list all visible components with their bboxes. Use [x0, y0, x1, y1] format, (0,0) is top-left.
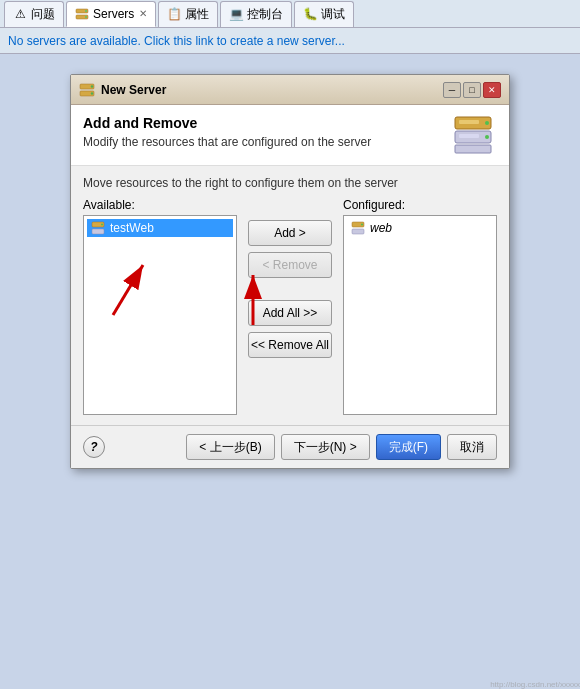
tab-problems-label: 问题 — [31, 6, 55, 23]
resources-area: Available: testWeb — [83, 198, 497, 415]
list-item[interactable]: web — [347, 219, 493, 237]
header-server-icon — [449, 115, 497, 155]
remove-all-button[interactable]: << Remove All — [248, 332, 332, 358]
add-button[interactable]: Add > — [248, 220, 332, 246]
properties-icon: 📋 — [167, 7, 181, 21]
console-icon: 💻 — [229, 7, 243, 21]
svg-point-3 — [85, 16, 87, 18]
svg-rect-13 — [459, 120, 479, 124]
svg-rect-16 — [92, 229, 104, 234]
maximize-button[interactable]: □ — [463, 82, 481, 98]
tab-servers[interactable]: Servers ✕ — [66, 1, 156, 27]
tab-servers-label: Servers — [93, 7, 134, 21]
dialog-title-text: New Server — [101, 83, 166, 97]
close-button[interactable]: ✕ — [483, 82, 501, 98]
debug-icon: 🐛 — [303, 7, 317, 21]
svg-point-17 — [101, 224, 103, 226]
available-section: Available: testWeb — [83, 198, 237, 415]
dialog-title-controls: ─ □ ✕ — [443, 82, 501, 98]
available-list[interactable]: testWeb — [83, 215, 237, 415]
dialog-header: Add and Remove Modify the resources that… — [71, 105, 509, 166]
dialog-title-left: New Server — [79, 82, 166, 98]
available-item-name: testWeb — [110, 221, 154, 235]
buttons-area: Add > < Remove Add All >> << Remove All — [245, 198, 335, 358]
tab-properties[interactable]: 📋 属性 — [158, 1, 218, 27]
problems-icon: ⚠ — [13, 7, 27, 21]
back-button[interactable]: < 上一步(B) — [186, 434, 274, 460]
dialog-header-title: Add and Remove — [83, 115, 371, 131]
tab-bar: ⚠ 问题 Servers ✕ 📋 属性 💻 控制台 🐛 调试 — [0, 0, 580, 28]
instruction-text: Move resources to the right to configure… — [83, 176, 497, 190]
cancel-button[interactable]: 取消 — [447, 434, 497, 460]
tab-debug-label: 调试 — [321, 6, 345, 23]
item-server-icon — [91, 221, 105, 235]
dialog-body: Move resources to the right to configure… — [71, 166, 509, 425]
configured-list[interactable]: web — [343, 215, 497, 415]
dialog-header-text: Add and Remove Modify the resources that… — [83, 115, 371, 149]
tab-servers-close[interactable]: ✕ — [139, 8, 147, 19]
configured-item-name: web — [370, 221, 392, 235]
list-item[interactable]: testWeb — [87, 219, 233, 237]
remove-button[interactable]: < Remove — [248, 252, 332, 278]
svg-point-11 — [485, 121, 489, 125]
configured-label: Configured: — [343, 198, 497, 212]
configured-item-icon — [351, 221, 365, 235]
footer-right: < 上一步(B) 下一步(N) > 完成(F) 取消 — [186, 434, 497, 460]
footer-left: ? — [83, 436, 105, 458]
add-all-button[interactable]: Add All >> — [248, 300, 332, 326]
tab-console[interactable]: 💻 控制台 — [220, 1, 292, 27]
svg-point-2 — [85, 10, 87, 12]
tab-properties-label: 属性 — [185, 6, 209, 23]
configured-section: Configured: web — [343, 198, 497, 415]
dialog-title-icon — [79, 82, 95, 98]
svg-rect-14 — [459, 134, 479, 138]
new-server-dialog: New Server ─ □ ✕ Add and Remove Modify t… — [70, 74, 510, 469]
minimize-button[interactable]: ─ — [443, 82, 461, 98]
dialog-header-subtitle: Modify the resources that are configured… — [83, 135, 371, 149]
help-button[interactable]: ? — [83, 436, 105, 458]
watermark: http://blog.csdn.net/xxxxx — [490, 680, 580, 689]
tab-console-label: 控制台 — [247, 6, 283, 23]
tab-debug[interactable]: 🐛 调试 — [294, 1, 354, 27]
dialog-footer: ? < 上一步(B) 下一步(N) > 完成(F) 取消 — [71, 425, 509, 468]
svg-point-20 — [361, 224, 363, 226]
available-label: Available: — [83, 198, 237, 212]
next-button[interactable]: 下一步(N) > — [281, 434, 370, 460]
svg-point-6 — [91, 85, 93, 87]
servers-icon — [75, 7, 89, 21]
finish-button[interactable]: 完成(F) — [376, 434, 441, 460]
svg-point-12 — [485, 135, 489, 139]
top-area: No servers are available. Click this lin… — [0, 28, 580, 54]
main-area: New Server ─ □ ✕ Add and Remove Modify t… — [0, 54, 580, 489]
svg-point-7 — [91, 92, 93, 94]
svg-rect-19 — [352, 229, 364, 234]
svg-rect-10 — [455, 145, 491, 153]
create-server-link[interactable]: No servers are available. Click this lin… — [8, 34, 345, 48]
tab-problems[interactable]: ⚠ 问题 — [4, 1, 64, 27]
dialog-titlebar: New Server ─ □ ✕ — [71, 75, 509, 105]
